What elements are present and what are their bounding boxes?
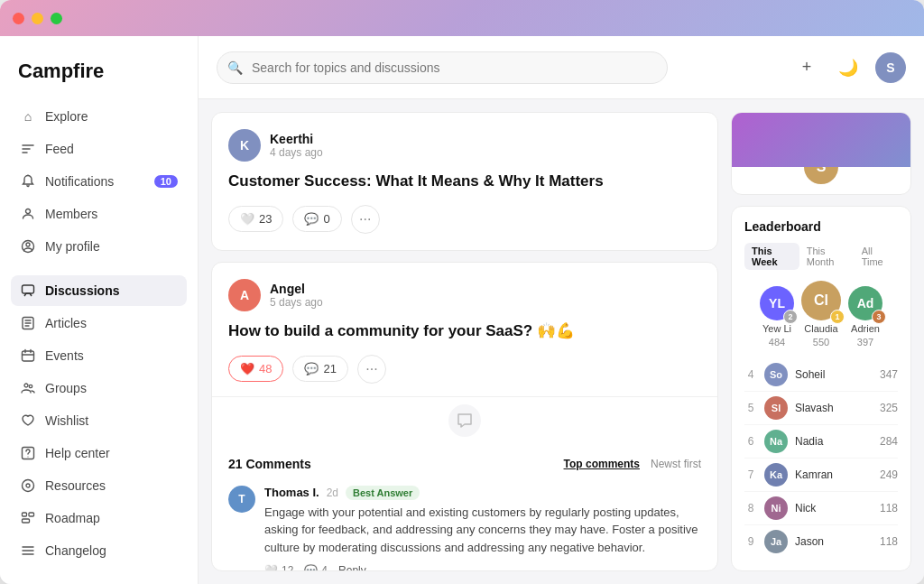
groups-icon [20,380,36,396]
sidebar-item-notifications[interactable]: Notifications 10 [11,166,187,197]
search-bar: 🔍 [217,51,668,84]
lb-rank-num: 8 [744,502,757,514]
sidebar-item-articles[interactable]: Articles [11,308,187,338]
chat-icon-small: 💬 [304,564,318,571]
comment-text-1: Engage with your potential and existing … [264,504,701,557]
post-header: A Angel 5 days ago [228,279,701,311]
changelog-icon [20,542,36,559]
add-button[interactable]: + [792,53,821,82]
best-answer-badge: Best Answer [346,486,420,500]
lb-rank3-name: Adrien [851,323,880,334]
comment-body-1: Thomas I. 2d Best Answer Engage with you… [264,486,701,571]
sidebar-item-label: Notifications [45,174,114,189]
svg-point-10 [23,480,34,492]
comments-section: 21 Comments Top comments Newst first T [212,444,717,571]
lb-rank1-name: Claudia [804,323,837,334]
sidebar-item-label: Roadmap [45,511,100,525]
more-button[interactable]: ··· [351,205,380,234]
main-feed: K Keerthi 4 days ago Customer Success: W… [211,112,718,571]
post-actions-2: ❤️ 48 💬 21 ··· [228,355,701,384]
like-button-2[interactable]: ❤️ 48 [228,356,283,382]
like-count: 23 [259,212,272,226]
lb-rank-num: 9 [744,535,757,548]
close-dot[interactable] [13,13,24,24]
lb-tab-thisweek[interactable]: This Week [744,243,799,270]
svg-point-9 [27,456,28,457]
like-count-2: 48 [259,362,272,375]
post-author: Angel [270,282,323,296]
search-input[interactable] [217,51,668,84]
post-time: 5 days ago [270,296,323,309]
header: 🔍 + 🌙 S [199,36,924,99]
comment-button[interactable]: 💬 0 [292,206,341,232]
avatar: A [228,279,261,311]
sidebar-item-events[interactable]: Events [11,340,187,371]
lb-rank2-name: Yew Li [762,323,791,334]
lb-rank-num: 4 [744,368,757,381]
sidebar-item-helpcenter[interactable]: Help center [11,438,187,468]
lb-row-7: 7 Ka Kamran 249 [744,459,898,492]
lb-row-score: 249 [880,468,898,481]
sort-newest[interactable]: Newst first [651,458,701,470]
sidebar-item-members[interactable]: Members [11,199,187,229]
sidebar-item-feed[interactable]: Feed [11,134,187,164]
more-button-2[interactable]: ··· [357,355,386,384]
lb-row-name: Nadia [795,435,873,448]
theme-toggle-button[interactable]: 🌙 [834,53,863,82]
reply-button-1[interactable]: Reply [338,564,366,571]
lb-row-name: Nick [795,502,873,514]
wishlist-icon [20,413,36,429]
chat-icon-area [212,397,717,444]
sort-top[interactable]: Top comments [564,458,640,470]
lb-rank2-badge: 2 [783,310,798,324]
sidebar-item-label: Changelog [45,543,106,558]
comment-replies-count-1: 4 [321,564,328,571]
post-author: Keerthi [270,132,323,146]
user-avatar[interactable]: S [875,52,906,83]
comment-reply-count-1[interactable]: 💬 4 [304,564,328,571]
sidebar-item-label: Members [45,207,97,221]
comment-button-2[interactable]: 💬 21 [292,356,347,382]
post-actions: 🤍 23 💬 0 ··· [228,205,701,234]
post-title-2: How to build a community for your SaaS? … [228,320,701,342]
sidebar-item-myprofile[interactable]: My profile [11,231,187,262]
heart-icon: 🤍 [240,212,254,226]
lb-row-5: 5 Sl Slavash 325 [744,392,898,425]
svg-point-0 [26,209,31,214]
lb-row-score: 325 [880,402,898,414]
lb-row-9: 9 Ja Jason 118 [744,525,898,558]
sidebar-item-roadmap[interactable]: Roadmap [11,503,187,533]
minimize-dot[interactable] [32,13,43,24]
maximize-dot[interactable] [51,13,62,24]
sidebar-item-resources[interactable]: Resources [11,470,187,501]
avatar: K [228,129,261,162]
right-panel: S Welcome back, Soheil Alavi Cheif Produ… [731,112,911,571]
sidebar-item-changelog[interactable]: Changelog [11,535,187,566]
lb-tab-alltime[interactable]: All Time [855,243,898,270]
sidebar-item-explore[interactable]: ⌂ Explore [11,101,187,132]
help-icon [20,445,36,461]
lb-row-score: 284 [880,435,898,448]
sidebar-item-discussions[interactable]: Discussions [11,275,187,306]
post-card-1: K Keerthi 4 days ago Customer Success: W… [211,112,718,251]
chat-bubble-icon [448,404,481,437]
profile-card: S Welcome back, Soheil Alavi Cheif Produ… [731,112,911,195]
members-icon [20,206,36,222]
lb-row-score: 118 [880,502,898,514]
lb-rank2-item: YL 2 Yew Li 484 [760,286,794,348]
comment-avatar-1: T [228,486,255,513]
lb-rank-num: 7 [744,468,757,481]
comment-more-1[interactable]: ··· [377,563,388,571]
nav-divider [11,264,187,273]
sidebar-item-groups[interactable]: Groups [11,373,187,403]
sidebar-item-wishlist[interactable]: Wishlist [11,405,187,436]
lb-top3: YL 2 Yew Li 484 Cl 1 [744,281,898,348]
lb-rank2-avatar: YL 2 [760,286,794,320]
lb-tab-thismonth[interactable]: This Month [799,243,855,270]
svg-rect-3 [23,285,34,293]
like-button[interactable]: 🤍 23 [228,206,283,232]
home-icon: ⌂ [20,108,36,125]
post-time: 4 days ago [270,146,323,159]
comment-like-button-1[interactable]: 🤍 12 [264,564,293,571]
lb-row-4: 4 So Soheil 347 [744,358,898,392]
